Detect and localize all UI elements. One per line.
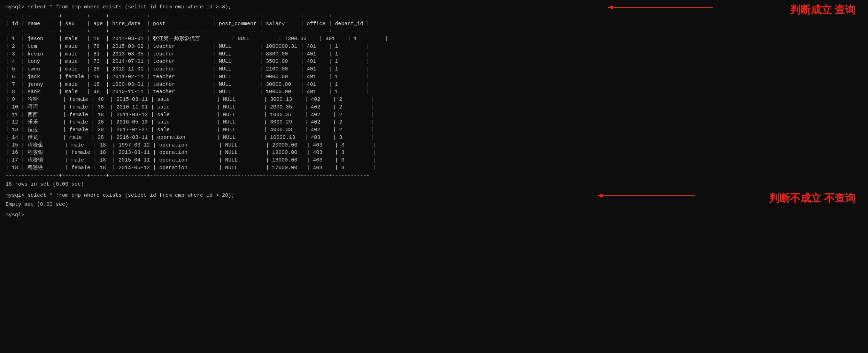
table-row: | 15 | 程咬金 | male | 18 | 1997-03-12 | op… (6, 142, 862, 149)
first-arrow (608, 7, 713, 8)
table-row: | 1 | jason | male | 18 | 2017-03-01 | 张… (6, 35, 862, 43)
table-row: | 12 | 乐乐 | female | 18 | 2016-05-13 | s… (6, 119, 862, 126)
table-row: | 10 | 呵呵 | female | 38 | 2010-11-01 | s… (6, 104, 862, 111)
table-row: | 4 | tony | male | 73 | 2014-07-01 | te… (6, 58, 862, 66)
annotation-1: 判断成立 查询 (790, 2, 855, 17)
table-row: | 14 | 僧龙 | male | 28 | 2016-03-11 | ope… (6, 134, 862, 142)
table-row: | 7 | jenny | male | 18 | 1900-03-01 | t… (6, 81, 862, 89)
result-empty: Empty set (0.00 sec) (6, 201, 862, 209)
table-row: | 6 | jack | female | 18 | 2011-02-11 | … (6, 73, 862, 81)
annotation-2: 判断不成立 不查询 (769, 190, 855, 206)
table-row: | 18 | 程咬铁 | female | 18 | 2014-05-12 | … (6, 164, 862, 172)
second-arrow (598, 195, 695, 196)
table-row: | 13 | 拉拉 | female | 28 | 2017-01-27 | s… (6, 126, 862, 134)
table-row: | 3 | kevin | male | 81 | 2013-03-05 | t… (6, 51, 862, 58)
table-row: | 11 | 西西 | female | 18 | 2011-03-12 | s… (6, 111, 862, 119)
first-query-line: mysql> select * from emp where exists (s… (6, 3, 688, 11)
table-row: | 5 | owen | male | 28 | 2012-11-01 | te… (6, 66, 862, 73)
table-body: | 1 | jason | male | 18 | 2017-03-01 | 张… (6, 35, 862, 172)
table-row: | 2 | tom | male | 78 | 2015-03-02 | tea… (6, 43, 862, 51)
table-border-top: +----+-----------+--------+-----+-------… (6, 13, 862, 20)
second-query-line: mysql> select * from emp where exists (s… (6, 192, 681, 200)
result-count-1: 18 rows in set (0.00 sec) (6, 181, 862, 188)
final-prompt: mysql> (6, 211, 862, 219)
table-row: | 8 | sank | male | 48 | 2010-11-11 | te… (6, 88, 862, 96)
table-row: | 16 | 程咬银 | female | 18 | 2013-03-11 | … (6, 149, 862, 157)
table-row: | 9 | 哈哈 | female | 48 | 2015-03-11 | sa… (6, 96, 862, 104)
first-query-section: mysql> select * from emp where exists (s… (6, 3, 862, 11)
table-header-border: +----+-----------+--------+-----+-------… (6, 28, 862, 35)
table-row: | 17 | 程咬铜 | male | 18 | 2015-04-11 | op… (6, 157, 862, 164)
terminal-container: mysql> select * from emp where exists (s… (6, 3, 862, 219)
second-query-section: mysql> select * from emp where exists (s… (6, 192, 862, 200)
table-header-row: | id | name | sex | age | hire_date | po… (6, 20, 862, 28)
table-border-bottom: +----+-----------+--------+-----+-------… (6, 172, 862, 180)
